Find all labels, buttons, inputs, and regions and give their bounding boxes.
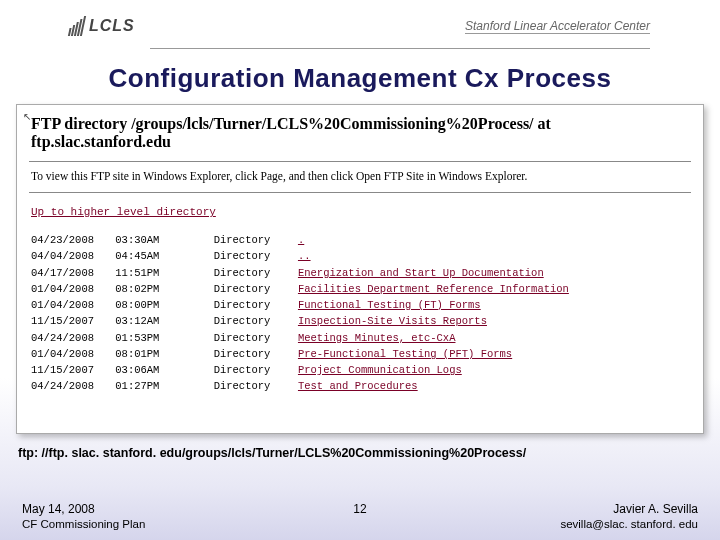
ftp-instruction-text: To view this FTP site in Windows Explore… — [31, 170, 693, 182]
slide-footer: May 14, 2008 CF Commissioning Plan 12 Ja… — [0, 502, 720, 530]
col-time: 08:00PM — [115, 297, 177, 313]
col-type: Directory — [214, 232, 292, 248]
col-time: 04:45AM — [115, 248, 177, 264]
list-item: 04/24/2008 01:53PM Directory Meetings Mi… — [31, 330, 693, 346]
up-directory-link[interactable]: Up to higher level directory — [31, 206, 216, 218]
col-time: 03:30AM — [115, 232, 177, 248]
ftp-browser-screenshot: ↖ FTP directory /groups/lcls/Turner/LCLS… — [16, 104, 704, 434]
list-item: 11/15/2007 03:06AM Directory Project Com… — [31, 362, 693, 378]
footer-author: Javier A. Sevilla — [380, 502, 698, 516]
ftp-page-heading: FTP directory /groups/lcls/Turner/LCLS%2… — [31, 115, 693, 151]
col-date: 11/15/2007 — [31, 313, 109, 329]
slide-title: Configuration Management Cx Process — [0, 63, 720, 94]
logo-text: LCLS — [89, 17, 135, 35]
col-type: Directory — [214, 378, 292, 394]
col-date: 11/15/2007 — [31, 362, 109, 378]
dir-link[interactable]: .. — [298, 250, 311, 262]
ftp-listing: 04/23/2008 03:30AM Directory . 04/04/200… — [31, 232, 693, 395]
col-time: 08:02PM — [115, 281, 177, 297]
col-time: 08:01PM — [115, 346, 177, 362]
cursor-icon: ↖ — [23, 111, 31, 122]
header-divider — [150, 48, 650, 49]
dir-link[interactable]: Facilities Department Reference Informat… — [298, 283, 569, 295]
list-item: 04/24/2008 01:27PM Directory Test and Pr… — [31, 378, 693, 394]
dir-link[interactable]: . — [298, 234, 304, 246]
footer-right: Javier A. Sevilla sevilla@slac. stanford… — [380, 502, 698, 530]
org-name: Stanford Linear Accelerator Center — [465, 19, 650, 34]
col-date: 04/23/2008 — [31, 232, 109, 248]
list-item: 04/04/2008 04:45AM Directory .. — [31, 248, 693, 264]
col-type: Directory — [214, 313, 292, 329]
col-time: 03:12AM — [115, 313, 177, 329]
col-date: 04/04/2008 — [31, 248, 109, 264]
list-item: 04/23/2008 03:30AM Directory . — [31, 232, 693, 248]
col-time: 03:06AM — [115, 362, 177, 378]
dir-link[interactable]: Test and Procedures — [298, 380, 418, 392]
col-time: 01:27PM — [115, 378, 177, 394]
col-date: 04/24/2008 — [31, 378, 109, 394]
slide-header: LCLS Stanford Linear Accelerator Center — [0, 0, 720, 48]
hr-divider — [29, 192, 691, 193]
dir-link[interactable]: Functional Testing (FT) Forms — [298, 299, 481, 311]
col-type: Directory — [214, 346, 292, 362]
col-type: Directory — [214, 281, 292, 297]
list-item: 04/17/2008 11:51PM Directory Energizatio… — [31, 265, 693, 281]
dir-link[interactable]: Pre-Functional Testing (PFT) Forms — [298, 348, 512, 360]
col-type: Directory — [214, 265, 292, 281]
col-date: 04/24/2008 — [31, 330, 109, 346]
footer-left: May 14, 2008 CF Commissioning Plan — [22, 502, 340, 530]
col-date: 01/04/2008 — [31, 346, 109, 362]
dir-link[interactable]: Meetings Minutes, etc-CxA — [298, 332, 456, 344]
logo-bars-icon — [68, 16, 86, 36]
col-date: 04/17/2008 — [31, 265, 109, 281]
col-type: Directory — [214, 297, 292, 313]
list-item: 01/04/2008 08:01PM Directory Pre-Functio… — [31, 346, 693, 362]
page-number: 12 — [340, 502, 380, 516]
col-type: Directory — [214, 362, 292, 378]
dir-link[interactable]: Energization and Start Up Documentation — [298, 267, 544, 279]
dir-link[interactable]: Project Communication Logs — [298, 364, 462, 376]
list-item: 11/15/2007 03:12AM Directory Inspection-… — [31, 313, 693, 329]
col-date: 01/04/2008 — [31, 281, 109, 297]
footer-plan: CF Commissioning Plan — [22, 518, 340, 530]
hr-divider — [29, 161, 691, 162]
ftp-url-caption: ftp: //ftp. slac. stanford. edu/groups/l… — [18, 446, 704, 460]
footer-email: sevilla@slac. stanford. edu — [380, 518, 698, 530]
col-date: 01/04/2008 — [31, 297, 109, 313]
col-time: 11:51PM — [115, 265, 177, 281]
col-time: 01:53PM — [115, 330, 177, 346]
col-type: Directory — [214, 330, 292, 346]
col-type: Directory — [214, 248, 292, 264]
list-item: 01/04/2008 08:00PM Directory Functional … — [31, 297, 693, 313]
dir-link[interactable]: Inspection-Site Visits Reports — [298, 315, 487, 327]
list-item: 01/04/2008 08:02PM Directory Facilities … — [31, 281, 693, 297]
lcls-logo: LCLS — [70, 16, 135, 36]
footer-date: May 14, 2008 — [22, 502, 340, 516]
